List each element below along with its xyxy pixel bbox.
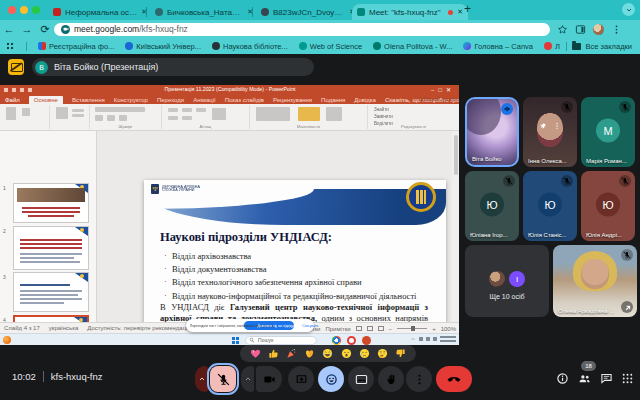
shared-screen[interactable]: Презентація 11.2023 (Compatibility Mode)… [0,85,459,345]
bookmark-item[interactable]: Olena Politova - W... [373,42,452,51]
tab-close-icon[interactable]: ✕ [457,8,463,16]
participant-tile-yulia-s[interactable]: Ю Юлія Станіс... [523,171,577,241]
accessibility-status[interactable]: Доступність: перевірте рекомендації [87,325,189,331]
opera-taskbar-icon[interactable] [347,336,356,345]
macos-minimize-button[interactable] [20,6,28,14]
more-options-button[interactable] [406,366,432,392]
back-button[interactable]: ← [0,23,18,35]
camera-button[interactable] [256,366,282,392]
slideshow-icon[interactable] [378,326,384,331]
joy-reaction-icon[interactable] [322,348,333,359]
heart-reaction-icon[interactable] [250,348,261,359]
browser-tab-2[interactable]: Бичковська_Наталія_ІБАС_... ✕ [150,4,258,20]
slide-thumbnail-1[interactable] [13,183,89,223]
side-panel-icon[interactable] [575,24,586,35]
participant-tile-vita[interactable]: Віта Бойко [465,97,519,167]
reactions-button[interactable] [318,366,344,392]
normal-view-icon[interactable] [356,326,362,331]
more-participants-tile[interactable]: І Ще 10 осіб [465,245,549,317]
system-tray[interactable] [410,336,456,342]
cancel-link[interactable]: Скасувати [302,324,318,327]
ppt-tab[interactable]: Вставлення [72,97,105,103]
apps-grid-icon[interactable] [6,42,15,51]
participant-tile-maria[interactable]: М Марія Роман... [581,97,635,167]
thumbs-up-reaction-icon[interactable] [268,348,279,359]
end-call-button[interactable] [436,366,472,392]
camera-options-chevron[interactable] [241,366,254,392]
macos-zoom-button[interactable] [32,6,40,14]
browser-menu-icon[interactable] [611,24,622,35]
ppt-scrollbar[interactable] [452,131,459,322]
ppt-tab[interactable]: Анімації [193,97,216,103]
mic-muted-button[interactable] [210,366,236,392]
clap-reaction-icon[interactable] [304,348,315,359]
mic-options-chevron[interactable] [195,366,208,392]
taskbar-search[interactable]: Пошук [245,336,317,345]
cry-reaction-icon[interactable] [359,348,370,359]
ppt-tab[interactable]: Подання [321,97,345,103]
zoom-in-button[interactable]: + [432,326,436,332]
language-indicator[interactable]: українська [49,325,79,331]
reload-button[interactable]: ⟳ [36,23,54,36]
zoom-level[interactable]: 100% [441,326,456,332]
comments-button[interactable]: Примітки [325,326,350,332]
slide-thumbnail-3[interactable] [13,272,89,312]
bookmark-item[interactable]: Головна – Canva [463,42,533,51]
captions-button[interactable] [348,366,374,392]
pin-icon[interactable] [539,122,547,130]
powerpoint-taskbar-icon[interactable] [362,336,371,345]
new-tab-button[interactable]: + [464,2,471,16]
browser-tab-meet-active[interactable]: Meet: "kfs-hxuq-fnz" ✕ [352,4,468,20]
raise-hand-button[interactable] [378,366,404,392]
participant-tile-yulia-a[interactable]: Ю Юлія Андрі... [581,171,635,241]
ppt-ribbon: Шрифт Абзац Малювання Знайти Замінити [0,104,459,131]
start-button[interactable] [232,337,239,344]
browser-tab-3[interactable]: B823wJCn_DvoygU9tr3rD2... ✕ [256,4,360,20]
ppt-tab-file[interactable]: Файл [5,97,20,103]
bookmark-item[interactable]: Наукова бібліоте... [212,42,288,51]
bookmark-favicon [299,42,307,50]
tab-search-button[interactable] [622,3,635,16]
participants-icon[interactable] [578,372,591,385]
slide-sorter-icon[interactable] [367,326,373,331]
all-bookmarks-button[interactable]: Все закладки [560,38,640,54]
thumbs-down-reaction-icon[interactable] [395,348,406,359]
participant-tile-inna[interactable]: Інна Олекса... [523,97,577,167]
chrome-taskbar-icon[interactable] [332,336,341,345]
zoom-out-button[interactable]: − [389,326,393,332]
surprised-reaction-icon[interactable] [341,348,352,359]
bookmark-item[interactable]: Реєстраційна фо... [38,42,114,51]
address-bar[interactable]: meet.google.com/kfs-hxuq-fnz [54,23,550,36]
slide-thumbnail-panel[interactable]: 1 2 3 [0,131,97,322]
slide-header-band [144,189,446,225]
ppt-window-controls[interactable]: –□✕ [431,86,455,93]
macos-close-button[interactable] [8,6,16,14]
tile-menu-icon[interactable] [553,122,561,130]
presenter-pill[interactable]: В Віта Бойко (Презентація) [32,58,314,76]
thinking-reaction-icon[interactable] [377,348,388,359]
forward-button[interactable]: → [18,23,36,35]
bookmark-star-icon[interactable] [557,24,568,35]
party-reaction-icon[interactable] [286,348,297,359]
ppt-tab-home[interactable]: Основне [29,96,63,104]
present-screen-button[interactable] [288,366,314,392]
participant-tile-olena[interactable]: Олена Аркадіївна ... [553,245,637,317]
ppt-tab[interactable]: Показ слайдів [225,97,264,103]
ppt-tab[interactable]: Переходи [157,97,184,103]
bookmark-item[interactable]: Київський Універ... [125,42,201,51]
browser-tab-1[interactable]: Неформальна освіта ✕ [48,4,152,20]
profile-avatar[interactable] [593,24,604,35]
pop-out-icon[interactable] [621,301,633,313]
bookmark-item[interactable]: Web of Science [299,42,362,51]
slide-thumbnail-2[interactable] [13,226,89,270]
participant-tile-yuliana[interactable]: Ю Юліана Ігор... [465,171,519,241]
chat-icon[interactable] [600,372,613,385]
ppt-tab[interactable]: Довідка [354,97,376,103]
ppt-share-button[interactable]: Спільний доступ [419,96,457,102]
meeting-details-icon[interactable] [556,372,569,385]
ppt-tab[interactable]: Конструктор [114,97,148,103]
ppt-tab[interactable]: Рецензування [273,97,312,103]
taskbar-widget[interactable] [3,336,14,344]
zoom-slider[interactable] [397,328,427,330]
activities-icon[interactable] [621,372,634,385]
